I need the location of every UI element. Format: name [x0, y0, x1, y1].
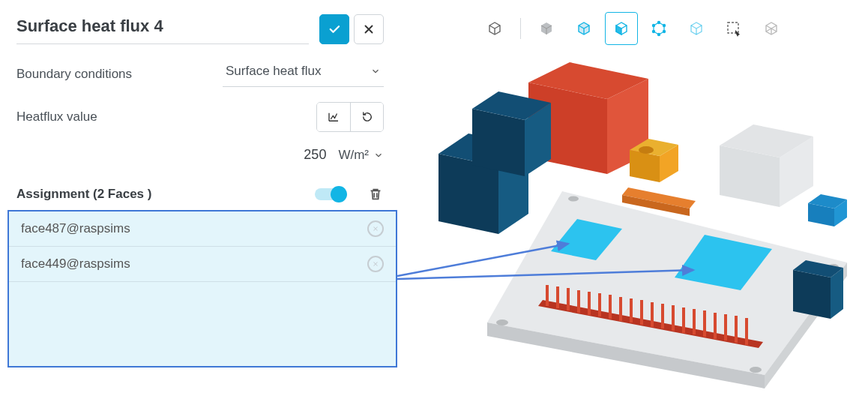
select-box-icon: [725, 20, 743, 38]
heatflux-value-row: W/m²: [16, 142, 384, 168]
confirm-button[interactable]: [319, 14, 349, 44]
solid-cube-icon: [537, 20, 555, 38]
assignment-item-label: face449@raspsims: [21, 256, 130, 272]
boundary-value: Surface heat flux: [226, 64, 322, 79]
svg-point-3: [657, 33, 660, 35]
heatflux-row: Heatflux value: [16, 102, 384, 132]
chart-icon: [327, 110, 340, 124]
close-icon: [372, 225, 379, 232]
app-root: Surface heat flux 4 Boundary conditions …: [0, 0, 868, 402]
select-box-button[interactable]: [717, 12, 750, 45]
panel-title: Surface heat flux 4: [16, 14, 309, 44]
hole-icon: [496, 320, 508, 326]
bounding-cube-icon: [762, 20, 780, 38]
vertices-cube-button[interactable]: [642, 12, 675, 45]
board-svg: [397, 45, 868, 402]
front-face-cube-icon: [612, 20, 630, 38]
assignment-item[interactable]: face487@raspsims: [9, 212, 396, 247]
reset-icon: [361, 110, 374, 124]
remove-assignment-button[interactable]: [367, 220, 384, 237]
assignment-controls: [315, 186, 384, 202]
panel-header: Surface heat flux 4: [16, 14, 384, 44]
assignment-label: Assignment (2 Faces ): [16, 187, 151, 202]
unit-select[interactable]: W/m²: [338, 148, 384, 163]
close-button[interactable]: [354, 14, 384, 44]
boundary-label: Boundary conditions: [16, 67, 132, 82]
svg-point-1: [663, 24, 665, 26]
wireframe-cube-icon: [486, 20, 504, 38]
front-face-cube-button[interactable]: [605, 12, 638, 45]
assignment-toggle[interactable]: [315, 188, 345, 200]
close-icon: [372, 260, 379, 268]
header-buttons: [319, 14, 384, 44]
trash-icon[interactable]: [367, 186, 384, 202]
port-front: [793, 270, 831, 319]
remove-assignment-button[interactable]: [367, 256, 384, 272]
assignment-item[interactable]: face449@raspsims: [9, 247, 396, 282]
svg-point-2: [657, 21, 660, 23]
transparent-cube-icon: [687, 20, 705, 38]
vertices-cube-icon: [650, 20, 668, 38]
heatflux-input[interactable]: [239, 142, 329, 168]
edges-cube-icon: [575, 20, 593, 38]
viewport[interactable]: [397, 0, 868, 402]
toolbar-separator: [520, 18, 521, 39]
wireframe-cube-button[interactable]: [478, 12, 511, 45]
heatflux-actions: [316, 102, 384, 132]
unit-label: W/m²: [338, 148, 369, 163]
darkblue2-front: [472, 109, 525, 176]
svg-point-0: [652, 24, 654, 26]
hole-icon: [568, 196, 579, 202]
chart-button[interactable]: [317, 103, 350, 131]
check-icon: [328, 22, 341, 36]
reset-button[interactable]: [350, 103, 383, 131]
view-toolbar: [397, 12, 868, 45]
properties-panel: Surface heat flux 4 Boundary conditions …: [0, 0, 397, 402]
assignment-row: Assignment (2 Faces ): [16, 186, 384, 202]
yellow-hole: [639, 146, 654, 154]
chevron-down-icon: [370, 66, 381, 76]
svg-rect-6: [728, 22, 738, 33]
svg-point-4: [652, 30, 654, 32]
svg-point-5: [663, 30, 665, 32]
boundary-row: Boundary conditions Surface heat flux: [16, 61, 384, 87]
close-icon: [362, 22, 376, 36]
boundary-select[interactable]: Surface heat flux: [223, 61, 384, 87]
edges-cube-button[interactable]: [567, 12, 600, 45]
model-view[interactable]: [397, 45, 868, 402]
transparent-cube-button[interactable]: [680, 12, 713, 45]
bounding-cube-button[interactable]: [755, 12, 788, 45]
chevron-down-icon: [373, 150, 384, 160]
assignment-item-label: face487@raspsims: [21, 221, 130, 236]
heatflux-label: Heatflux value: [16, 110, 97, 124]
assignment-list: face487@raspsimsface449@raspsims: [7, 210, 397, 368]
solid-cube-button[interactable]: [530, 12, 563, 45]
hole-icon: [750, 367, 762, 373]
